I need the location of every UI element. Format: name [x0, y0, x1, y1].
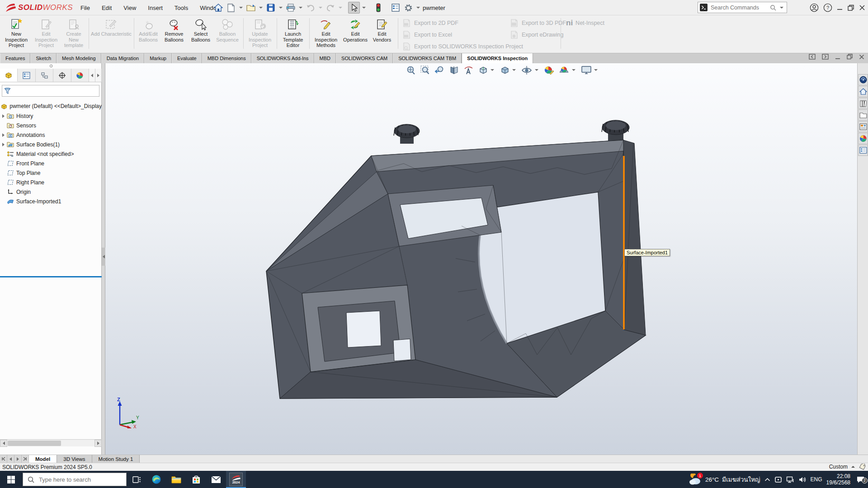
- menu-view[interactable]: View: [118, 0, 142, 15]
- menu-insert[interactable]: Insert: [142, 0, 169, 15]
- help-icon[interactable]: ?: [823, 3, 832, 12]
- tab-mesh-modeling[interactable]: Mesh Modeling: [57, 53, 101, 63]
- task-pane-view-palette-icon[interactable]: [858, 121, 868, 132]
- tab-featuremanager-tree[interactable]: [0, 69, 18, 82]
- tab-solidworks-add-ins[interactable]: SOLIDWORKS Add-Ins: [251, 53, 314, 63]
- net-inspect-button[interactable]: ni Net-Inspect: [566, 18, 604, 28]
- start-button[interactable]: [0, 471, 22, 488]
- edit-inspection-methods-button[interactable]: Edit Inspection Methods: [311, 17, 341, 52]
- print-dropdown[interactable]: [299, 7, 302, 9]
- tab-configurationmanager[interactable]: [36, 69, 53, 82]
- tab-dimxpertmanager[interactable]: [53, 69, 71, 82]
- tag-editor-icon[interactable]: [859, 464, 866, 470]
- tree-item-right-plane[interactable]: Right Plane: [0, 178, 102, 187]
- task-pane-3dexperience-icon[interactable]: [858, 74, 868, 85]
- undo-button[interactable]: [305, 2, 316, 14]
- taskbar-search-box[interactable]: [23, 473, 127, 486]
- tree-filter-box[interactable]: [2, 85, 99, 97]
- weather-widget[interactable]: 1 26°C มีเมฆส่วนใหญ่: [689, 474, 760, 485]
- task-pane-design-library-icon[interactable]: [858, 98, 868, 109]
- update-inspection-project-button[interactable]: Update Inspection Project: [245, 17, 275, 52]
- zoom-to-fit-button[interactable]: [406, 65, 416, 75]
- redo-dropdown[interactable]: [339, 7, 342, 9]
- tree-item-top-plane[interactable]: Top Plane: [0, 168, 102, 178]
- dock-tab-model[interactable]: Model: [29, 455, 57, 463]
- taskbar-search-input[interactable]: [38, 476, 122, 483]
- custom-view-label[interactable]: Custom: [829, 464, 848, 470]
- prev-tab-button[interactable]: [7, 455, 14, 463]
- command-search-input[interactable]: [710, 4, 768, 11]
- edit-vendors-button[interactable]: Edit Vendors: [370, 17, 394, 52]
- graphics-viewport[interactable]: Surface-Imported1 Z X Y: [105, 63, 857, 455]
- tab-features[interactable]: Features: [0, 53, 30, 63]
- export-2d-pdf-button[interactable]: Export to 2D PDF: [402, 18, 458, 28]
- apply-scene-button[interactable]: [558, 65, 577, 75]
- edit-inspection-project-button[interactable]: Edit Inspection Project: [33, 17, 60, 52]
- section-view-button[interactable]: [449, 65, 459, 75]
- properties-pane-icon[interactable]: [390, 2, 401, 14]
- tab-strip-scroll-left[interactable]: [89, 69, 95, 82]
- view-orientation-dropdown[interactable]: [491, 69, 494, 71]
- apply-scene-dropdown[interactable]: [572, 69, 576, 71]
- dynamic-annotation-views-button[interactable]: [463, 65, 474, 75]
- dock-tab-motion-study-1[interactable]: Motion Study 1: [92, 455, 140, 463]
- new-inspection-project-button[interactable]: New Inspection Project: [2, 17, 31, 52]
- launch-template-editor-button[interactable]: Launch Template Editor: [278, 17, 307, 52]
- task-pane-appearances-icon[interactable]: [858, 133, 868, 144]
- open-button[interactable]: [245, 2, 257, 14]
- new-document-dropdown[interactable]: [239, 7, 243, 9]
- tree-item-sensors[interactable]: Sensors: [0, 121, 102, 130]
- redo-button[interactable]: [325, 2, 336, 14]
- tree-root-item[interactable]: pwmeter (Default) <<Default>_Display: [0, 101, 102, 111]
- tree-item-surface-bodies[interactable]: Surface Bodies(1): [0, 140, 102, 149]
- open-dropdown[interactable]: [259, 7, 263, 9]
- export-edrawing-button[interactable]: Export eDrawing: [510, 30, 563, 40]
- view-settings-button[interactable]: [581, 65, 599, 75]
- create-new-template-button[interactable]: Create New template: [61, 17, 87, 52]
- zoom-to-area-button[interactable]: [420, 65, 430, 75]
- tree-item-origin[interactable]: Origin: [0, 187, 102, 197]
- panel-grip[interactable]: [0, 63, 102, 69]
- tab-mbd[interactable]: MBD: [314, 53, 336, 63]
- tab-displaymanager[interactable]: [71, 69, 89, 82]
- previous-view-button[interactable]: [434, 65, 445, 75]
- tree-item-material[interactable]: Material <not specified>: [0, 149, 102, 159]
- undo-dropdown[interactable]: [319, 7, 322, 9]
- task-view-button[interactable]: [127, 471, 146, 488]
- view-settings-dropdown[interactable]: [594, 69, 598, 71]
- status-expand-arrow[interactable]: [851, 466, 855, 468]
- action-center-icon[interactable]: 2: [854, 476, 866, 483]
- tray-expand-chevron[interactable]: [764, 478, 770, 482]
- language-indicator[interactable]: ENG: [811, 476, 822, 483]
- edit-appearance-button[interactable]: [544, 65, 554, 75]
- select-tool-button[interactable]: [348, 2, 360, 14]
- scrollbar-thumb[interactable]: [8, 441, 61, 446]
- command-search-box[interactable]: [698, 2, 787, 13]
- tab-strip-scroll-right[interactable]: [95, 69, 102, 82]
- display-style-dropdown[interactable]: [512, 69, 516, 71]
- menu-file[interactable]: File: [75, 0, 96, 15]
- doc-restore-button[interactable]: [847, 54, 853, 60]
- menu-tools[interactable]: Tools: [169, 0, 194, 15]
- close-button[interactable]: [859, 5, 865, 11]
- tab-solidworks-cam-tbm[interactable]: SOLIDWORKS CAM TBM: [393, 53, 462, 63]
- rollback-bar[interactable]: [0, 276, 102, 277]
- account-icon[interactable]: [810, 3, 819, 12]
- task-pane-custom-properties-icon[interactable]: [858, 145, 868, 156]
- doc-close-button[interactable]: [859, 54, 864, 60]
- doc-pane-right-icon[interactable]: [822, 54, 829, 60]
- tree-horizontal-scrollbar[interactable]: [0, 439, 102, 446]
- view-orientation-button[interactable]: [478, 65, 495, 75]
- hide-show-items-button[interactable]: [521, 65, 540, 75]
- tree-item-surface-imported1[interactable]: Surface-Imported1: [0, 197, 102, 206]
- taskbar-clock[interactable]: 22:08 19/6/2568: [826, 473, 850, 486]
- restore-button[interactable]: [848, 5, 854, 11]
- edge-app-icon[interactable]: [146, 471, 166, 488]
- hide-show-items-dropdown[interactable]: [535, 69, 538, 71]
- search-scope-dropdown[interactable]: [780, 7, 783, 9]
- menu-edit[interactable]: Edit: [96, 0, 118, 15]
- tree-item-annotations[interactable]: Annotations: [0, 130, 102, 140]
- balloon-sequence-button[interactable]: Balloon Sequence: [213, 17, 241, 52]
- new-document-button[interactable]: [225, 2, 237, 14]
- doc-pane-left-icon[interactable]: [809, 54, 816, 60]
